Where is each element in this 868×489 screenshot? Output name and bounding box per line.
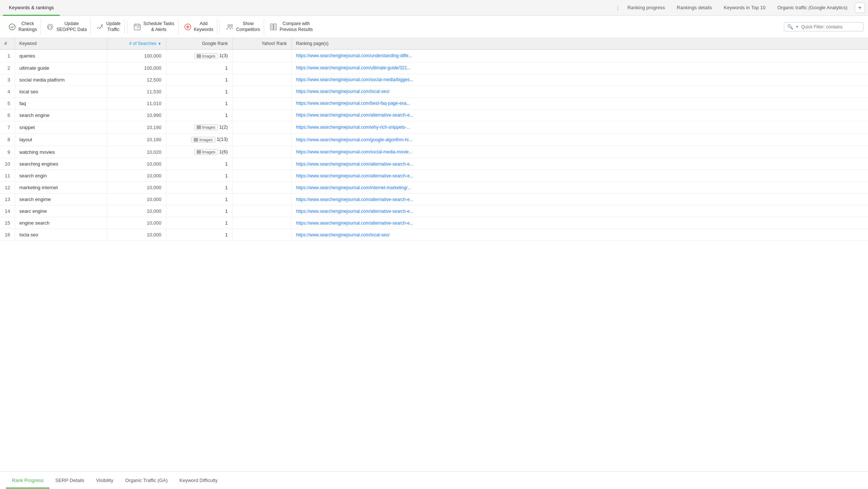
cell-ranking-page: https://www.searchenginejournal.com/loca… bbox=[291, 229, 868, 241]
table-row: 16locla seo10,0001https://www.searchengi… bbox=[0, 229, 868, 241]
ranking-page-link[interactable]: https://www.searchenginejournal.com/alte… bbox=[296, 197, 451, 202]
col-header-ranking-page: Ranking page(s) bbox=[291, 38, 868, 49]
ranking-page-link[interactable]: https://www.searchenginejournal.com/inte… bbox=[296, 185, 451, 190]
col-header-searches[interactable]: # of Searches ▼ bbox=[107, 38, 166, 49]
cell-searches: 11,010 bbox=[107, 97, 166, 109]
table-row: 15engine search10,0001https://www.search… bbox=[0, 217, 868, 229]
cell-num: 1 bbox=[0, 49, 15, 62]
keywords-table: # Keyword # of Searches ▼ Google Rank Ya… bbox=[0, 38, 868, 241]
tab-organic-traffic[interactable]: Organic traffic (Google Analytics) bbox=[771, 0, 853, 16]
cell-searches: 10,190 bbox=[107, 121, 166, 133]
cell-keyword: searching engines bbox=[15, 158, 107, 170]
cell-searches: 10,000 bbox=[107, 217, 166, 229]
ranking-page-link[interactable]: https://www.searchenginejournal.com/alte… bbox=[296, 162, 451, 167]
schedule-tasks-button[interactable]: Schedule Tasks & Alerts bbox=[129, 19, 179, 35]
cell-keyword: engine search bbox=[15, 217, 107, 229]
ranking-page-link[interactable]: https://www.searchenginejournal.com/soci… bbox=[296, 77, 451, 82]
cell-keyword: local seo bbox=[15, 86, 107, 97]
cell-num: 15 bbox=[0, 217, 15, 229]
update-seo-button[interactable]: Update SEO/PPC Data bbox=[42, 19, 91, 35]
cell-ranking-page: https://www.searchenginejournal.com/soci… bbox=[291, 74, 868, 86]
cell-yahoo-rank bbox=[232, 182, 291, 194]
table-row: 1queries100,000 Images 1(3)https://www.s… bbox=[0, 49, 868, 62]
schedule-icon bbox=[133, 23, 141, 31]
images-badge[interactable]: Images bbox=[194, 124, 218, 130]
cell-keyword: ultimate guide bbox=[15, 62, 107, 74]
svg-point-0 bbox=[9, 24, 15, 30]
ranking-page-link[interactable]: https://www.searchenginejournal.com/alte… bbox=[296, 209, 451, 214]
tab-keywords-rankings[interactable]: Keywords & rankings bbox=[3, 0, 60, 16]
ranking-page-link[interactable]: https://www.searchenginejournal.com/why-… bbox=[296, 125, 451, 130]
cell-google-rank: 1 bbox=[166, 109, 232, 121]
cell-keyword: layout bbox=[15, 133, 107, 146]
check-rankings-button[interactable]: Check Rankings bbox=[4, 19, 41, 35]
ranking-page-link[interactable]: https://www.searchenginejournal.com/alte… bbox=[296, 173, 451, 178]
images-badge[interactable]: Images bbox=[194, 149, 218, 155]
search-icon: 🔍 bbox=[787, 24, 793, 30]
table-row: 5faq11,0101https://www.searchenginejourn… bbox=[0, 97, 868, 109]
filter-dropdown-arrow[interactable]: ▼ bbox=[795, 25, 799, 29]
cell-keyword: search engine bbox=[15, 109, 107, 121]
show-competitors-button[interactable]: Show Competitors bbox=[222, 19, 264, 35]
cell-ranking-page: https://www.searchenginejournal.com/inte… bbox=[291, 182, 868, 194]
add-keywords-button[interactable]: Add Keywords bbox=[180, 19, 218, 35]
table-row: 6search engine10,9901https://www.searche… bbox=[0, 109, 868, 121]
images-badge[interactable]: Images bbox=[191, 137, 215, 143]
cell-google-rank: 1 bbox=[166, 229, 232, 241]
tab-ranking-progress[interactable]: Ranking progress bbox=[622, 0, 671, 16]
ranking-page-link[interactable]: https://www.searchenginejournal.com/unde… bbox=[296, 53, 451, 58]
separator-2 bbox=[219, 20, 220, 34]
cell-searches: 10,180 bbox=[107, 133, 166, 146]
add-tab-button[interactable]: + bbox=[855, 3, 865, 13]
table-row: 2ultimate guide100,0001https://www.searc… bbox=[0, 62, 868, 74]
cell-keyword: queries bbox=[15, 49, 107, 62]
table-body: 1queries100,000 Images 1(3)https://www.s… bbox=[0, 49, 868, 241]
cell-searches: 12,500 bbox=[107, 74, 166, 86]
ranking-page-link[interactable]: https://www.searchenginejournal.com/best… bbox=[296, 101, 451, 106]
cell-yahoo-rank bbox=[232, 97, 291, 109]
quick-filter-input[interactable] bbox=[801, 24, 860, 30]
cell-ranking-page: https://www.searchenginejournal.com/alte… bbox=[291, 205, 868, 217]
ranking-page-link[interactable]: https://www.searchenginejournal.com/alte… bbox=[296, 112, 451, 118]
tab-rankings-details[interactable]: Rankings details bbox=[671, 0, 718, 16]
table-row: 12marketing internet10,0001https://www.s… bbox=[0, 182, 868, 194]
cell-num: 11 bbox=[0, 170, 15, 182]
col-header-num: # bbox=[0, 38, 15, 49]
cell-num: 3 bbox=[0, 74, 15, 86]
cell-num: 7 bbox=[0, 121, 15, 133]
ranking-page-link[interactable]: https://www.searchenginejournal.com/goog… bbox=[296, 137, 451, 142]
cell-ranking-page: https://www.searchenginejournal.com/alte… bbox=[291, 170, 868, 182]
images-badge[interactable]: Images bbox=[194, 53, 218, 59]
toolbar: Check Rankings Update SEO/PPC Data Updat… bbox=[0, 16, 868, 38]
cell-num: 12 bbox=[0, 182, 15, 194]
ranking-page-link[interactable]: https://www.searchenginejournal.com/soci… bbox=[296, 149, 451, 155]
table-row: 9watching movies10,020 Images 1(6)https:… bbox=[0, 146, 868, 158]
ranking-page-link[interactable]: https://www.searchenginejournal.com/loca… bbox=[296, 89, 451, 94]
tab-keywords-top10[interactable]: Keywords in Top 10 bbox=[718, 0, 771, 16]
cell-google-rank: Images 1(3) bbox=[166, 49, 232, 62]
cell-yahoo-rank bbox=[232, 170, 291, 182]
cell-keyword: watching movies bbox=[15, 146, 107, 158]
ranking-page-link[interactable]: https://www.searchenginejournal.com/loca… bbox=[296, 232, 451, 237]
cell-yahoo-rank bbox=[232, 49, 291, 62]
cell-num: 9 bbox=[0, 146, 15, 158]
check-rankings-icon bbox=[8, 23, 16, 31]
ranking-page-link[interactable]: https://www.searchenginejournal.com/ulti… bbox=[296, 65, 451, 70]
cell-keyword: search engin bbox=[15, 170, 107, 182]
tabs-bar: Keywords & rankings ⋮ Ranking progress R… bbox=[0, 0, 868, 16]
update-traffic-button[interactable]: Update Traffic bbox=[92, 19, 125, 35]
table-row: 8layout10,180 Images 1(13)https://www.se… bbox=[0, 133, 868, 146]
cell-ranking-page: https://www.searchenginejournal.com/alte… bbox=[291, 109, 868, 121]
tab-options-icon[interactable]: ⋮ bbox=[614, 4, 622, 11]
sort-arrow-icon: ▼ bbox=[158, 42, 162, 46]
cell-google-rank: 1 bbox=[166, 86, 232, 97]
cell-google-rank: 1 bbox=[166, 97, 232, 109]
cell-searches: 10,020 bbox=[107, 146, 166, 158]
cell-yahoo-rank bbox=[232, 109, 291, 121]
table-header-row: # Keyword # of Searches ▼ Google Rank Ya… bbox=[0, 38, 868, 49]
compare-previous-button[interactable]: Compare with Previous Results bbox=[266, 19, 317, 35]
compare-icon bbox=[269, 23, 277, 31]
cell-keyword: searc engine bbox=[15, 205, 107, 217]
ranking-page-link[interactable]: https://www.searchenginejournal.com/alte… bbox=[296, 221, 451, 226]
cell-ranking-page: https://www.searchenginejournal.com/soci… bbox=[291, 146, 868, 158]
